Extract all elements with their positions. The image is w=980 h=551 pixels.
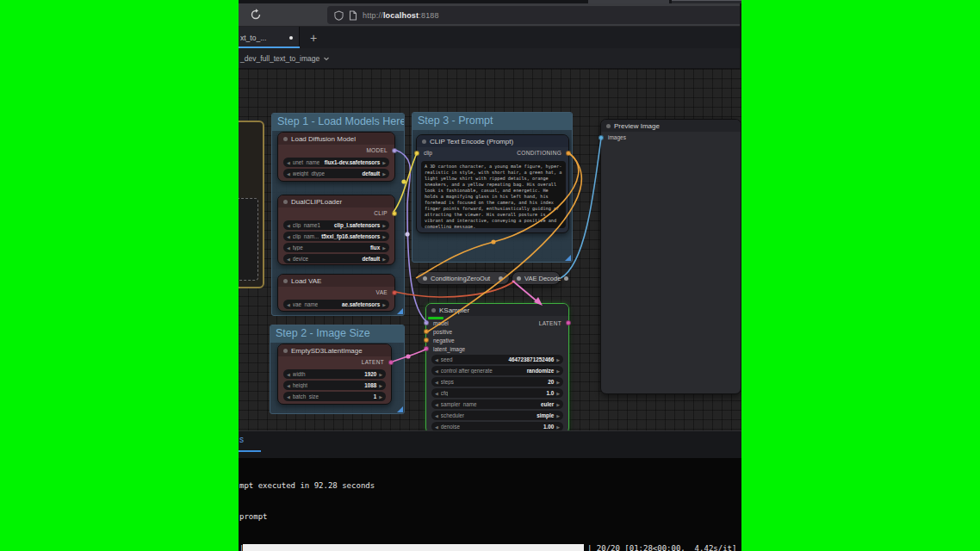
decrement-arrow-icon[interactable]: ◀: [435, 380, 438, 385]
increment-arrow-icon[interactable]: ▶: [556, 424, 560, 430]
increment-arrow-icon[interactable]: ▶: [382, 245, 386, 251]
group-resize-handle[interactable]: [397, 406, 403, 412]
collapse-dot-icon[interactable]: [431, 308, 436, 313]
widget-sampler-name[interactable]: ◀sampler_nameeuler▶: [431, 399, 563, 409]
node-title-bar[interactable]: Load VAE: [278, 275, 394, 287]
widget-type[interactable]: ◀typeflux▶: [283, 243, 389, 252]
node-vae-decode[interactable]: VAE Decode: [512, 271, 561, 285]
node-conditioning-zero-out[interactable]: ConditioningZeroOut: [416, 271, 510, 285]
slot-dot[interactable]: [566, 151, 571, 156]
group-title[interactable]: Step 2 - Image Size: [270, 325, 404, 343]
node-load-diffusion-model[interactable]: Load Diffusion Model MODEL ◀unet_nameflu…: [277, 132, 395, 182]
workflow-tab[interactable]: xt_to_...: [239, 27, 300, 48]
group-resize-handle[interactable]: [397, 308, 403, 314]
decrement-arrow-icon[interactable]: ◀: [287, 372, 290, 377]
input-slot-dot[interactable]: [517, 276, 521, 281]
increment-arrow-icon[interactable]: ▶: [379, 372, 382, 377]
decrement-arrow-icon[interactable]: ◀: [435, 368, 438, 374]
increment-arrow-icon[interactable]: ▶: [556, 380, 560, 385]
node-clip-text-encode[interactable]: CLIP Text Encode (Prompt) clip CONDITION…: [416, 134, 569, 233]
slot-dot[interactable]: [424, 320, 429, 325]
collapse-dot-icon[interactable]: [283, 137, 288, 141]
note-node[interactable]: [239, 121, 264, 288]
graph-canvas[interactable]: Step 1 - Load Models Here Step 2 - Image…: [239, 69, 741, 430]
workflow-name-menu[interactable]: _dev_full_text_to_image: [240, 54, 319, 63]
shield-icon[interactable]: [334, 10, 344, 21]
increment-arrow-icon[interactable]: ▶: [382, 223, 386, 228]
widget-width[interactable]: ◀width1920▶: [283, 369, 386, 379]
terminal-log[interactable]: mpt executed in 92.28 seconds prompt || …: [239, 458, 741, 551]
widget-unet-name[interactable]: ◀unet_nameflux1-dev.safetensors▶: [283, 158, 389, 167]
increment-arrow-icon[interactable]: ▶: [382, 257, 386, 262]
slot-dot[interactable]: [392, 211, 397, 216]
collapse-dot-icon[interactable]: [283, 279, 288, 283]
collapse-dot-icon[interactable]: [283, 349, 288, 353]
increment-arrow-icon[interactable]: ▶: [556, 368, 560, 374]
widget-clip-name2[interactable]: ◀clip_nam...t5xxl_fp16.safetensors▶: [283, 232, 389, 241]
increment-arrow-icon[interactable]: ▶: [379, 394, 382, 399]
slot-dot[interactable]: [388, 360, 394, 365]
slot-dot[interactable]: [414, 151, 419, 156]
widget-height[interactable]: ◀height1088▶: [283, 381, 386, 390]
slot-dot[interactable]: [424, 346, 429, 351]
node-empty-sd3-latent-image[interactable]: EmptySD3LatentImage LATENT ◀width1920▶ ◀…: [277, 344, 392, 405]
widget-seed[interactable]: ◀seed464723871252466▶: [431, 355, 563, 364]
decrement-arrow-icon[interactable]: ◀: [287, 245, 290, 251]
slot-dot[interactable]: [424, 329, 429, 334]
group-resize-handle[interactable]: [565, 255, 571, 261]
collapse-dot-icon[interactable]: [422, 139, 426, 144]
node-title-bar[interactable]: KSampler: [426, 304, 568, 316]
collapse-dot-icon[interactable]: [283, 200, 288, 204]
increment-arrow-icon[interactable]: ▶: [382, 302, 386, 307]
decrement-arrow-icon[interactable]: ◀: [435, 413, 438, 418]
input-slot-dot[interactable]: [423, 276, 427, 281]
increment-arrow-icon[interactable]: ▶: [556, 357, 560, 362]
decrement-arrow-icon[interactable]: ◀: [435, 357, 438, 362]
prompt-textarea[interactable]: A 3D cartoon character, a young male fig…: [421, 161, 566, 228]
widget-device[interactable]: ◀devicedefault▶: [283, 254, 389, 263]
node-title-bar[interactable]: Preview Image: [601, 120, 741, 132]
url-text[interactable]: http://localhost:8188: [363, 11, 439, 20]
node-title-bar[interactable]: EmptySD3LatentImage: [278, 344, 391, 356]
decrement-arrow-icon[interactable]: ◀: [287, 160, 290, 165]
output-slot-dot[interactable]: [499, 276, 503, 281]
group-title[interactable]: Step 3 - Prompt: [412, 113, 572, 130]
note-text-area[interactable]: [239, 198, 258, 281]
decrement-arrow-icon[interactable]: ◀: [287, 234, 290, 239]
widget-denoise[interactable]: ◀denoise1.00▶: [431, 422, 563, 430]
slot-dot[interactable]: [392, 148, 397, 153]
collapse-dot-icon[interactable]: [606, 124, 611, 128]
widget-steps[interactable]: ◀steps20▶: [431, 377, 563, 387]
decrement-arrow-icon[interactable]: ◀: [287, 302, 290, 307]
slot-dot[interactable]: [392, 290, 397, 295]
decrement-arrow-icon[interactable]: ◀: [287, 257, 290, 262]
decrement-arrow-icon[interactable]: ◀: [287, 394, 290, 399]
decrement-arrow-icon[interactable]: ◀: [435, 391, 438, 396]
group-title[interactable]: Step 1 - Load Models Here: [272, 114, 404, 131]
node-dual-clip-loader[interactable]: DualCLIPLoader CLIP ◀clip_name1clip_l.sa…: [277, 195, 395, 265]
widget-clip-name1[interactable]: ◀clip_name1clip_l.safetensors▶: [283, 220, 389, 230]
widget-scheduler[interactable]: ◀schedulersimple▶: [431, 411, 563, 420]
slot-dot[interactable]: [424, 337, 429, 343]
refresh-icon[interactable]: [249, 8, 263, 22]
increment-arrow-icon[interactable]: ▶: [382, 234, 386, 239]
increment-arrow-icon[interactable]: ▶: [382, 160, 386, 165]
node-load-vae[interactable]: Load VAE VAE ◀vae_nameae.safetensors▶: [277, 274, 395, 312]
increment-arrow-icon[interactable]: ▶: [556, 413, 560, 418]
widget-cfg[interactable]: ◀cfg1.0▶: [431, 388, 563, 398]
slot-dot[interactable]: [566, 320, 571, 325]
decrement-arrow-icon[interactable]: ◀: [287, 171, 290, 176]
new-workflow-button[interactable]: +: [304, 27, 323, 48]
logs-tab[interactable]: s: [239, 435, 244, 444]
decrement-arrow-icon[interactable]: ◀: [435, 402, 438, 407]
slot-dot[interactable]: [599, 135, 604, 140]
node-ksampler[interactable]: KSampler modelLATENT positive negative l…: [425, 303, 569, 430]
widget-batch-size[interactable]: ◀batch_size1▶: [283, 392, 386, 401]
node-preview-image[interactable]: Preview Image images: [600, 119, 741, 394]
url-bar[interactable]: http://localhost:8188: [327, 6, 740, 24]
node-title-bar[interactable]: DualCLIPLoader: [278, 195, 394, 207]
widget-control-after-generate[interactable]: ◀control after generaterandomize▶: [431, 366, 563, 375]
increment-arrow-icon[interactable]: ▶: [382, 171, 386, 176]
decrement-arrow-icon[interactable]: ◀: [287, 383, 290, 388]
widget-weight-dtype[interactable]: ◀weight_dtypedefault▶: [283, 169, 389, 178]
